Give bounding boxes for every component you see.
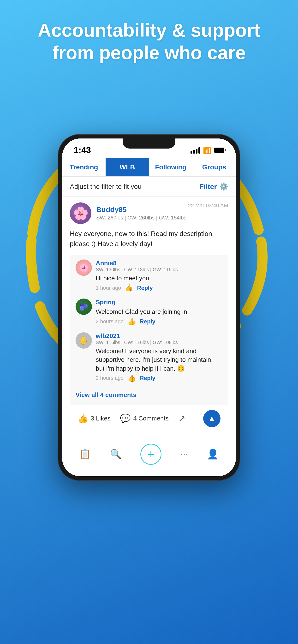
post-author-details: Buddy85 SW: 260lbs | CW: 260lbs | GW: 15… xyxy=(96,206,186,221)
comments-count: 4 Comments xyxy=(133,415,169,422)
comment-annie-body: Annie8 SW: 130lbs | CW: 118lbs | GW: 115… xyxy=(96,260,178,292)
scroll-up-icon: ▲ xyxy=(208,414,216,423)
comment-annie-avatar: 🌸 xyxy=(76,260,92,276)
comment-spring-like-icon[interactable]: 👍 xyxy=(127,318,136,326)
hero-title: Accountability & support from people who… xyxy=(0,19,298,64)
tab-following[interactable]: Following xyxy=(149,158,192,176)
nav-feed[interactable]: 📋 xyxy=(79,448,91,460)
comment-spring-text: Welcome! Glad you are joining in! xyxy=(96,308,189,316)
filter-button[interactable]: Filter ⚙️ xyxy=(199,182,228,191)
nav-add-button[interactable]: + xyxy=(140,444,162,465)
tab-wlb[interactable]: WLB xyxy=(106,158,149,176)
nav-add-icon: + xyxy=(147,448,155,460)
avatar-flower-icon: 🌸 xyxy=(73,206,89,221)
wifi-icon: 📶 xyxy=(203,146,211,154)
nav-feed-icon: 📋 xyxy=(79,448,91,460)
post-header: 🌸 Buddy85 SW: 260lbs | CW: 260lbs | GW: … xyxy=(70,202,228,224)
comment-spring-time: 2 hours ago xyxy=(96,318,123,325)
status-icons: 📶 xyxy=(191,146,224,154)
comments-action[interactable]: 💬 4 Comments xyxy=(120,414,169,424)
filter-bar: Adjust the filter to fit you Filter ⚙️ xyxy=(62,176,236,197)
post-timestamp: 22 Mar 03:40 AM xyxy=(188,202,228,209)
scroll-up-button[interactable]: ▲ xyxy=(203,410,221,427)
post-author-stats: SW: 260lbs | CW: 260lbs | GW: 154lbs xyxy=(96,215,186,221)
nav-search[interactable]: 🔍 xyxy=(110,448,122,460)
battery-icon xyxy=(214,148,224,153)
comment-annie: 🌸 Annie8 SW: 130lbs | CW: 118lbs | GW: 1… xyxy=(76,260,222,292)
bottom-navigation: 📋 🔍 + ··· 👤 xyxy=(62,438,236,476)
phone-mockup: 1:43 📶 Trending WLB Following Groups Adj… xyxy=(58,134,240,480)
tab-groups[interactable]: Groups xyxy=(192,158,236,176)
comment-annie-text: Hi nice to meet you xyxy=(96,274,178,282)
post-author-avatar: 🌸 xyxy=(70,202,91,224)
likes-icon: 👍 xyxy=(77,414,88,424)
comment-spring: 🫐 Spring Welcome! Glad you are joining i… xyxy=(76,298,222,325)
comment-spring-name[interactable]: Spring xyxy=(96,298,189,306)
nav-search-icon: 🔍 xyxy=(110,448,122,460)
comment-wlb-time: 2 hours ago xyxy=(96,375,123,381)
comment-spring-avatar: 🫐 xyxy=(76,298,92,315)
comment-annie-reply-button[interactable]: Reply xyxy=(137,284,153,291)
comment-wlb-stats: SW: 116lbs | CW: 116lbs | GW: 108lbs xyxy=(96,340,222,345)
post-author-name[interactable]: Buddy85 xyxy=(96,206,186,214)
signal-icon xyxy=(191,147,200,154)
comment-spring-reply-button[interactable]: Reply xyxy=(140,318,155,325)
nav-messages[interactable]: ··· xyxy=(180,449,188,460)
comment-annie-name[interactable]: Annie8 xyxy=(96,260,178,267)
status-time: 1:43 xyxy=(74,145,91,155)
view-all-comments-button[interactable]: View all 4 comments xyxy=(76,389,222,400)
comment-wlb-name[interactable]: wlb2021 xyxy=(96,332,222,340)
annie-avatar-icon: 🌸 xyxy=(79,263,89,272)
spring-avatar-icon: 🫐 xyxy=(79,302,89,311)
comment-wlb-text: Welcome! Everyone is very kind and suppo… xyxy=(96,347,222,373)
comment-annie-stats: SW: 130lbs | CW: 118lbs | GW: 115lbs xyxy=(96,267,178,272)
nav-profile[interactable]: 👤 xyxy=(207,448,219,460)
tab-bar: Trending WLB Following Groups xyxy=(62,158,236,176)
share-icon: ↗ xyxy=(178,414,186,424)
likes-action[interactable]: 👍 3 Likes xyxy=(77,414,110,424)
likes-count: 3 Likes xyxy=(91,415,110,422)
post-footer: 👍 3 Likes 💬 4 Comments ↗ ▲ xyxy=(70,405,228,432)
comment-annie-like-icon[interactable]: 👍 xyxy=(125,284,133,292)
comment-wlb-avatar: ✋ xyxy=(76,332,92,348)
comment-annie-time: 1 hour ago xyxy=(96,285,121,291)
comment-spring-actions: 2 hours ago 👍 Reply xyxy=(96,318,189,326)
nav-messages-icon: ··· xyxy=(180,449,188,460)
phone-notch xyxy=(123,138,175,148)
post-user-info: 🌸 Buddy85 SW: 260lbs | CW: 260lbs | GW: … xyxy=(70,202,186,224)
comment-wlb-body: wlb2021 SW: 116lbs | CW: 116lbs | GW: 10… xyxy=(96,332,222,382)
share-action[interactable]: ↗ xyxy=(178,414,186,424)
post-content: Hey everyone, new to this! Read my descr… xyxy=(70,229,228,249)
nav-profile-icon: 👤 xyxy=(207,448,219,460)
wlb-avatar-icon: ✋ xyxy=(79,336,89,345)
comment-spring-body: Spring Welcome! Glad you are joining in!… xyxy=(96,298,189,325)
comment-wlb-reply-button[interactable]: Reply xyxy=(140,375,155,382)
filter-label: Filter xyxy=(199,182,217,191)
status-bar: 1:43 📶 xyxy=(62,138,236,158)
filter-description: Adjust the filter to fit you xyxy=(70,183,141,190)
comment-wlb-actions: 2 hours ago 👍 Reply xyxy=(96,374,222,382)
comment-wlb-like-icon[interactable]: 👍 xyxy=(127,374,136,382)
filter-icon: ⚙️ xyxy=(219,182,228,191)
comment-wlb2021: ✋ wlb2021 SW: 116lbs | CW: 116lbs | GW: … xyxy=(76,332,222,382)
comments-icon: 💬 xyxy=(120,414,131,424)
comments-section: 🌸 Annie8 SW: 130lbs | CW: 118lbs | GW: 1… xyxy=(70,255,228,405)
post-card: 🌸 Buddy85 SW: 260lbs | CW: 260lbs | GW: … xyxy=(62,197,236,438)
tab-trending[interactable]: Trending xyxy=(62,158,106,176)
comment-annie-actions: 1 hour ago 👍 Reply xyxy=(96,284,178,292)
